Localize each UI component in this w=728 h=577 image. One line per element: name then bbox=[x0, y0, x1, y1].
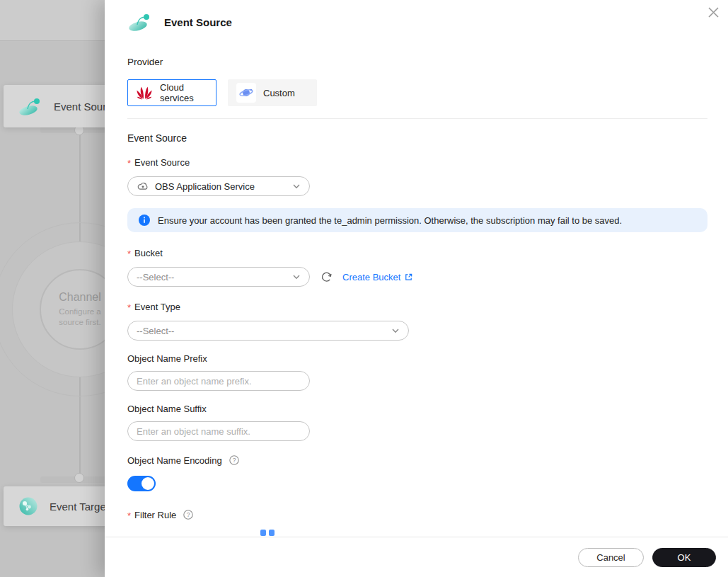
planet-icon bbox=[236, 83, 256, 103]
field-label-text: Object Name Encoding bbox=[127, 455, 222, 466]
drawer-footer: Cancel OK bbox=[105, 537, 728, 577]
channel-subtitle: Configure a source first. bbox=[49, 307, 111, 328]
ok-button[interactable]: OK bbox=[652, 548, 716, 567]
svg-text:?: ? bbox=[232, 457, 236, 464]
close-icon[interactable] bbox=[705, 4, 722, 21]
create-bucket-link[interactable]: Create Bucket bbox=[342, 272, 413, 282]
event-type-select-placeholder: --Select-- bbox=[137, 326, 174, 336]
chevron-down-icon bbox=[292, 182, 301, 190]
event-source-field-label: * Event Source bbox=[127, 157, 728, 168]
provider-option-label: Cloud services bbox=[160, 82, 216, 103]
provider-label: Provider bbox=[127, 57, 728, 67]
object-name-encoding-label: Object Name Encoding ? bbox=[127, 454, 728, 467]
event-target-icon bbox=[18, 496, 39, 517]
event-source-icon bbox=[127, 11, 153, 33]
required-marker: * bbox=[127, 302, 131, 313]
help-icon[interactable]: ? bbox=[182, 508, 195, 521]
permission-notice-banner: Ensure your account has been granted the… bbox=[127, 208, 707, 232]
provider-options: Cloud services Custom bbox=[127, 79, 728, 106]
drawer-title: Event Source bbox=[164, 16, 232, 28]
object-name-suffix-input[interactable] bbox=[127, 421, 310, 441]
svg-text:?: ? bbox=[187, 511, 190, 518]
help-icon[interactable]: ? bbox=[228, 454, 241, 467]
refresh-icon[interactable] bbox=[320, 270, 333, 283]
field-label-text: Event Source bbox=[134, 157, 190, 168]
clipped-filter-rule-content bbox=[260, 530, 276, 536]
required-marker: * bbox=[127, 158, 131, 168]
object-name-prefix-label: Object Name Prefix bbox=[127, 353, 728, 364]
bucket-row: --Select-- Create Bucket bbox=[127, 267, 728, 287]
field-label-text: Object Name Prefix bbox=[127, 353, 207, 364]
bucket-select-placeholder: --Select-- bbox=[137, 272, 174, 282]
event-source-select-value: OBS Application Service bbox=[155, 181, 255, 192]
drawer-header: Event Source bbox=[105, 0, 728, 33]
object-name-encoding-toggle[interactable] bbox=[127, 476, 156, 491]
external-link-icon bbox=[404, 273, 413, 282]
event-source-drawer: Event Source Provider Cloud services bbox=[105, 0, 728, 577]
notice-text: Ensure your account has been granted the… bbox=[158, 215, 622, 226]
chevron-down-icon bbox=[391, 326, 400, 335]
event-target-card-label: Event Target bbox=[50, 501, 109, 513]
bucket-select[interactable]: --Select-- bbox=[127, 267, 310, 287]
header-divider bbox=[127, 118, 707, 119]
object-name-prefix-input[interactable] bbox=[127, 371, 310, 391]
provider-option-label: Custom bbox=[263, 88, 295, 98]
chevron-down-icon bbox=[292, 273, 301, 281]
bucket-field-label: * Bucket bbox=[127, 248, 728, 258]
section-title: Event Source bbox=[127, 132, 728, 144]
required-marker: * bbox=[127, 510, 131, 521]
event-type-select[interactable]: --Select-- bbox=[127, 321, 409, 341]
event-source-select[interactable]: OBS Application Service bbox=[127, 176, 310, 196]
provider-option-custom[interactable]: Custom bbox=[228, 79, 317, 106]
huawei-logo-icon bbox=[136, 84, 153, 101]
required-marker: * bbox=[127, 248, 131, 259]
filter-rule-label: * Filter Rule ? bbox=[127, 508, 728, 521]
field-label-text: Filter Rule bbox=[134, 510, 176, 520]
cancel-button[interactable]: Cancel bbox=[578, 548, 644, 567]
event-type-field-label: * Event Type bbox=[127, 302, 728, 312]
field-label-text: Object Name Suffix bbox=[127, 404, 207, 414]
obs-cloud-icon bbox=[137, 180, 149, 193]
create-bucket-link-label: Create Bucket bbox=[342, 272, 400, 282]
provider-option-cloud-services[interactable]: Cloud services bbox=[127, 79, 216, 106]
field-label-text: Event Type bbox=[134, 302, 180, 312]
object-name-suffix-label: Object Name Suffix bbox=[127, 404, 728, 414]
field-label-text: Bucket bbox=[134, 248, 163, 258]
channel-title: Channel bbox=[59, 291, 101, 304]
event-source-icon bbox=[18, 95, 43, 118]
info-icon bbox=[139, 215, 150, 226]
flow-connector-node bbox=[74, 473, 84, 483]
